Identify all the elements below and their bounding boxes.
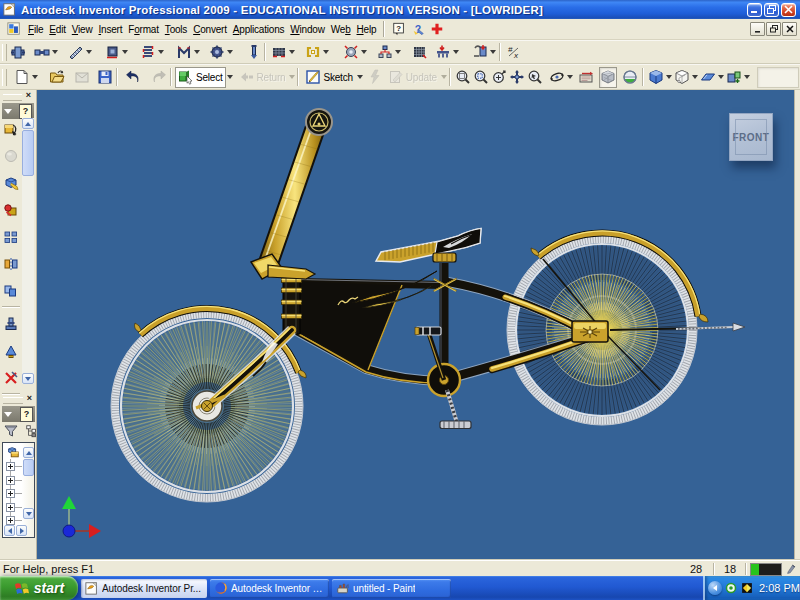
menu-help[interactable]: Help bbox=[354, 22, 380, 37]
frame-generator-dropdown[interactable] bbox=[85, 42, 93, 63]
seat[interactable] bbox=[376, 229, 481, 263]
scroll-down-button[interactable] bbox=[22, 373, 34, 384]
close-button[interactable] bbox=[781, 3, 796, 17]
zoom-window-button[interactable] bbox=[472, 67, 490, 88]
spring-stack-dropdown[interactable] bbox=[157, 42, 165, 63]
panel-bar-grip[interactable]: × bbox=[2, 92, 34, 102]
shaft-frame-button[interactable] bbox=[175, 42, 193, 63]
cam-button[interactable] bbox=[342, 42, 360, 63]
flash-update-button[interactable] bbox=[366, 67, 384, 88]
iso-cube-dropdown[interactable] bbox=[665, 67, 673, 88]
scroll-thumb[interactable] bbox=[22, 130, 34, 176]
mdi-document-icon[interactable] bbox=[7, 22, 21, 36]
menu-format[interactable]: Format bbox=[125, 22, 162, 37]
browser-grip[interactable]: × bbox=[2, 395, 35, 405]
update-doc-dropdown[interactable] bbox=[440, 67, 448, 88]
menu-convert[interactable]: Convert bbox=[190, 22, 230, 37]
mdi-restore-button[interactable] bbox=[766, 22, 781, 36]
checker-grid-button[interactable] bbox=[411, 42, 429, 63]
tree-scroll-left[interactable] bbox=[4, 525, 15, 536]
clamp-import-dropdown[interactable] bbox=[489, 42, 497, 63]
menu-edit[interactable]: Edit bbox=[46, 22, 68, 37]
scroll-up-button[interactable] bbox=[22, 118, 34, 129]
zoom-all-button[interactable] bbox=[454, 67, 472, 88]
pattern-component-tool[interactable]: █ bbox=[0, 223, 22, 250]
zoom-selected-button[interactable] bbox=[526, 67, 544, 88]
view-cube[interactable]: FRONT bbox=[729, 113, 773, 161]
tree-expand-node[interactable] bbox=[6, 503, 15, 512]
scheme-tree-button[interactable] bbox=[376, 42, 394, 63]
yellow-shield-tray-icon[interactable] bbox=[741, 582, 754, 595]
gearbox-button[interactable] bbox=[208, 42, 226, 63]
sphere-tool-tool[interactable]: █ bbox=[0, 142, 22, 169]
new-file-button[interactable] bbox=[13, 67, 31, 88]
open-file-button[interactable] bbox=[48, 67, 66, 88]
tree-expand-node[interactable] bbox=[6, 489, 15, 498]
mirror-component-tool[interactable]: █ bbox=[0, 250, 22, 277]
new-file-dropdown[interactable] bbox=[31, 67, 39, 88]
pin-joint-button[interactable] bbox=[245, 42, 263, 63]
green-ring-tray-icon[interactable] bbox=[725, 582, 738, 595]
create-component-tool[interactable]: █ bbox=[0, 169, 22, 196]
frame-generator-button[interactable] bbox=[67, 42, 85, 63]
table-import-dropdown[interactable] bbox=[452, 42, 460, 63]
parameters-fx-button[interactable]: #x bbox=[505, 42, 523, 63]
component-visibility-dropdown[interactable] bbox=[743, 67, 751, 88]
browser-header[interactable]: ? bbox=[2, 406, 35, 422]
ground-shadow-button[interactable] bbox=[621, 67, 639, 88]
rotate-button[interactable] bbox=[548, 67, 566, 88]
zoom-button[interactable] bbox=[490, 67, 508, 88]
menu-tools[interactable]: Tools bbox=[162, 22, 190, 37]
gearbox-dropdown[interactable] bbox=[226, 42, 234, 63]
filter-funnel-icon[interactable] bbox=[3, 423, 19, 439]
help-topics-icon[interactable]: ? bbox=[390, 21, 407, 37]
select-cube-dropdown[interactable] bbox=[226, 67, 234, 88]
iso-cube-button[interactable] bbox=[647, 67, 665, 88]
tree-expand-node[interactable] bbox=[6, 462, 15, 471]
menu-web[interactable]: Web bbox=[328, 22, 354, 37]
red-plus-icon[interactable] bbox=[428, 21, 445, 37]
mesh-grid-dropdown[interactable] bbox=[288, 42, 296, 63]
handlebar[interactable] bbox=[251, 109, 332, 279]
tree-scroll-thumb[interactable] bbox=[23, 459, 34, 476]
redo-button[interactable] bbox=[150, 67, 168, 88]
place-component-tool[interactable]: █ bbox=[0, 115, 22, 142]
tree-scroll-right[interactable] bbox=[16, 525, 27, 536]
wire-cube-button[interactable] bbox=[673, 67, 691, 88]
scheme-tree-dropdown[interactable] bbox=[394, 42, 402, 63]
machined-fixture-button[interactable] bbox=[103, 42, 121, 63]
menu-insert[interactable]: Insert bbox=[95, 22, 125, 37]
rear-wheel[interactable] bbox=[507, 231, 745, 425]
bolted-press-tool[interactable]: █ bbox=[0, 310, 22, 337]
content-center-tool[interactable]: █ bbox=[0, 196, 22, 223]
pan-button[interactable] bbox=[508, 67, 526, 88]
mesh-grid-button[interactable] bbox=[270, 42, 288, 63]
panel-help-icon[interactable]: ? bbox=[20, 407, 33, 422]
task-button-autodesk-inventor[interactable]: Autodesk Inventor - ... bbox=[210, 579, 329, 598]
model-browser-tree[interactable] bbox=[2, 442, 35, 538]
task-button-untitled-paint[interactable]: untitled - Paint bbox=[332, 579, 451, 598]
panel-bar-scrollbar[interactable] bbox=[22, 118, 34, 384]
toolbar-grip[interactable] bbox=[2, 69, 7, 86]
chevron-left-icon[interactable] bbox=[708, 581, 722, 595]
spring-stack-button[interactable] bbox=[139, 42, 157, 63]
mdi-close-button[interactable] bbox=[782, 22, 797, 36]
select-cube-button[interactable]: Select bbox=[175, 67, 226, 88]
wire-cube-dropdown[interactable] bbox=[691, 67, 699, 88]
insert-fitting-dropdown[interactable] bbox=[51, 42, 59, 63]
copy-component-tool[interactable]: █ bbox=[0, 277, 22, 304]
title-bar[interactable]: Autodesk Inventor Professional 2009 - ED… bbox=[0, 0, 800, 19]
tree-scroll-up[interactable] bbox=[23, 447, 34, 458]
component-visibility-button[interactable] bbox=[725, 67, 743, 88]
table-import-button[interactable] bbox=[434, 42, 452, 63]
return-arrow-dropdown[interactable] bbox=[288, 67, 296, 88]
bolted-connection-button[interactable] bbox=[9, 42, 27, 63]
viewport[interactable]: FRONT bbox=[37, 90, 797, 560]
panel-close-icon[interactable]: × bbox=[23, 90, 34, 101]
menu-window[interactable]: Window bbox=[287, 22, 327, 37]
machined-fixture-dropdown[interactable] bbox=[121, 42, 129, 63]
sketch-button[interactable]: Sketch bbox=[302, 67, 355, 88]
cam-dropdown[interactable] bbox=[360, 42, 368, 63]
update-doc-button[interactable]: Update bbox=[385, 67, 440, 88]
bracket-pair-dropdown[interactable] bbox=[322, 42, 330, 63]
